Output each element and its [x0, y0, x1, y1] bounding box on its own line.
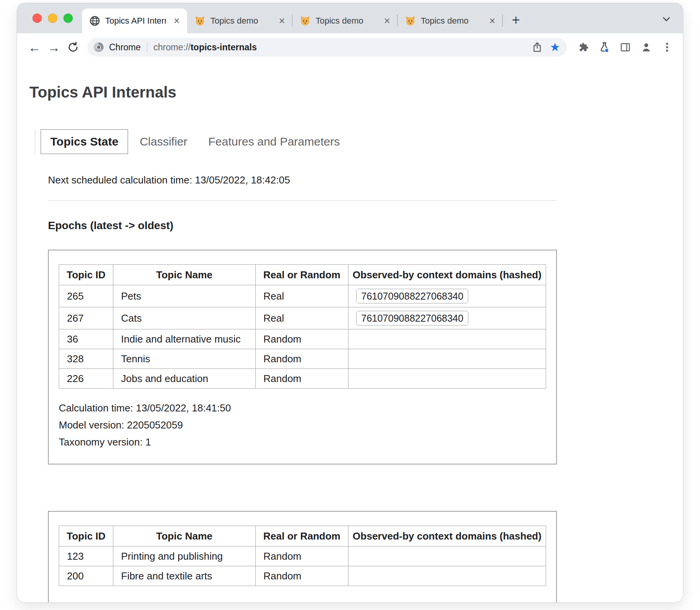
- cell-observed-domains: [348, 547, 546, 566]
- reload-button[interactable]: [63, 38, 83, 57]
- star-icon: ★: [550, 41, 560, 53]
- tab-title: Topics demo: [316, 16, 377, 26]
- forward-button[interactable]: →: [44, 38, 63, 57]
- cell-topic-name: Printing and publishing: [113, 547, 256, 566]
- cell-real-or-random: Random: [256, 566, 348, 586]
- chrome-logo-icon: [91, 40, 106, 55]
- epoch-metadata: Calculation time: 13/05/2022, 18:41:50 M…: [59, 399, 546, 451]
- column-topic-name: Topic Name: [113, 265, 256, 285]
- table-row: 200 Fibre and textile arts Random: [59, 566, 546, 586]
- cell-topic-name: Jobs and education: [113, 369, 256, 389]
- cell-topic-id: 226: [59, 369, 113, 389]
- new-tab-button[interactable]: +: [507, 12, 524, 29]
- epoch-table: Topic ID Topic Name Real or Random Obser…: [59, 526, 546, 586]
- cell-topic-id: 267: [59, 307, 113, 329]
- close-icon[interactable]: ×: [171, 15, 183, 27]
- url-text: chrome://topics-internals: [154, 42, 257, 53]
- cell-observed-domains: [348, 369, 546, 389]
- next-calculation-time: Next scheduled calculation time: 13/05/2…: [48, 173, 557, 187]
- cell-real-or-random: Real: [256, 307, 348, 329]
- calculation-time: Calculation time: 13/05/2022, 18:41:50: [59, 399, 546, 416]
- minimize-window-button[interactable]: [48, 14, 57, 23]
- cat-icon: [194, 15, 206, 27]
- topics-state-panel: Next scheduled calculation time: 13/05/2…: [48, 173, 557, 602]
- tab-title: Topics API Intern: [105, 16, 166, 26]
- table-row: 123 Printing and publishing Random: [59, 547, 546, 566]
- table-row: 328 Tennis Random: [59, 349, 546, 369]
- url-host: topics-internals: [191, 42, 257, 52]
- window-controls: [17, 3, 82, 33]
- cell-topic-id: 200: [59, 566, 113, 586]
- bookmark-star-button[interactable]: ★: [546, 38, 564, 56]
- column-observed-domains: Observed-by context domains (hashed): [348, 265, 546, 285]
- profile-button[interactable]: [637, 38, 655, 56]
- close-icon[interactable]: ×: [381, 15, 393, 27]
- cell-topic-name: Cats: [113, 307, 256, 329]
- close-icon[interactable]: ×: [276, 15, 288, 27]
- tab-title: Topics demo: [210, 16, 271, 26]
- column-real-or-random: Real or Random: [256, 265, 348, 285]
- share-button[interactable]: [528, 38, 546, 56]
- tab-strip: Topics API Intern × Topics demo ×: [17, 3, 683, 33]
- cell-topic-id: 265: [59, 285, 113, 307]
- cell-topic-name: Tennis: [113, 349, 256, 369]
- cell-observed-domains: 7610709088227068340: [348, 307, 546, 329]
- back-button[interactable]: ←: [25, 38, 44, 57]
- side-panel-button[interactable]: [616, 38, 634, 56]
- cell-topic-name: Fibre and textile arts: [113, 566, 256, 586]
- cell-topic-name: Indie and alternative music: [113, 329, 256, 349]
- taxonomy-version: Taxonomy version: 1: [59, 434, 546, 451]
- epochs-heading: Epochs (latest -> oldest): [48, 219, 557, 233]
- cell-real-or-random: Random: [256, 329, 348, 349]
- cell-topic-name: Pets: [113, 285, 256, 307]
- tab-features-and-parameters[interactable]: Features and Parameters: [199, 130, 349, 154]
- cell-real-or-random: Random: [256, 369, 348, 389]
- tab-classifier[interactable]: Classifier: [130, 130, 196, 154]
- page-tab-bar: Topics State Classifier Features and Par…: [35, 129, 683, 154]
- browser-tab-topics-demo-2[interactable]: Topics demo ×: [292, 9, 398, 33]
- epoch-box-older: Topic ID Topic Name Real or Random Obser…: [48, 511, 557, 602]
- epoch-box-latest: Topic ID Topic Name Real or Random Obser…: [48, 250, 557, 464]
- close-icon[interactable]: ×: [487, 15, 498, 27]
- labs-flask-button[interactable]: [596, 38, 613, 56]
- cell-real-or-random: Random: [256, 547, 348, 566]
- table-header-row: Topic ID Topic Name Real or Random Obser…: [59, 526, 546, 547]
- divider: [48, 200, 557, 201]
- cell-observed-domains: [348, 329, 546, 349]
- cat-icon: [299, 15, 311, 27]
- cell-topic-id: 36: [59, 329, 113, 349]
- hashed-domain-chip: 7610709088227068340: [356, 289, 468, 303]
- table-header-row: Topic ID Topic Name Real or Random Obser…: [59, 265, 546, 285]
- browser-tab-topics-internals[interactable]: Topics API Intern ×: [82, 9, 187, 33]
- browser-window: Topics API Intern × Topics demo ×: [17, 3, 683, 602]
- tab-search-chevron-button[interactable]: [660, 12, 673, 26]
- cell-topic-id: 328: [59, 349, 113, 369]
- table-row: 36 Indie and alternative music Random: [59, 329, 546, 349]
- column-observed-domains: Observed-by context domains (hashed): [348, 526, 546, 547]
- cell-real-or-random: Random: [256, 349, 348, 369]
- cell-observed-domains: 7610709088227068340: [348, 285, 546, 307]
- page-content: Topics API Internals Topics State Classi…: [17, 61, 683, 602]
- table-row: 226 Jobs and education Random: [59, 369, 546, 389]
- browser-tab-topics-demo-1[interactable]: Topics demo ×: [187, 9, 292, 33]
- tab-topics-state[interactable]: Topics State: [41, 129, 128, 154]
- address-bar[interactable]: Chrome chrome://topics-internals ★: [87, 38, 567, 57]
- site-label: Chrome: [109, 42, 141, 53]
- menu-kebab-button[interactable]: [658, 38, 676, 56]
- tab-title: Topics demo: [421, 16, 482, 26]
- browser-toolbar: ← → Chrome chrome://topics-internals: [17, 33, 683, 61]
- column-real-or-random: Real or Random: [256, 526, 348, 547]
- column-topic-id: Topic ID: [59, 526, 113, 547]
- cell-observed-domains: [348, 566, 546, 586]
- browser-tab-topics-demo-3[interactable]: Topics demo ×: [398, 9, 503, 33]
- table-row: 265 Pets Real 7610709088227068340: [59, 285, 546, 307]
- cell-observed-domains: [348, 349, 546, 369]
- globe-icon: [89, 15, 101, 27]
- extensions-puzzle-button[interactable]: [575, 38, 592, 56]
- close-window-button[interactable]: [32, 14, 42, 23]
- page-title: Topics API Internals: [29, 83, 683, 101]
- hashed-domain-chip: 7610709088227068340: [356, 311, 468, 326]
- url-scheme: chrome://: [154, 42, 191, 52]
- zoom-window-button[interactable]: [63, 14, 73, 23]
- column-topic-id: Topic ID: [59, 265, 113, 285]
